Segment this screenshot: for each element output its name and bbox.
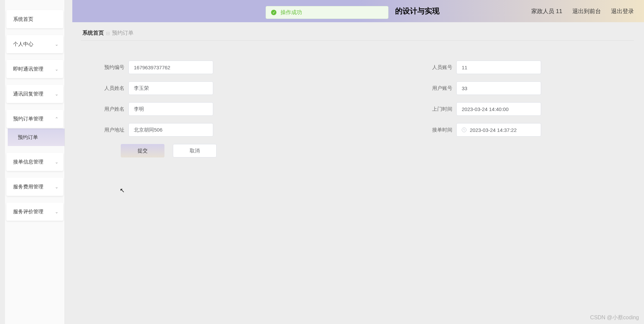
button-row: 提交 取消: [121, 144, 330, 157]
breadcrumb-current: 预约订单: [112, 30, 134, 37]
sidebar-subitem-reservation-order[interactable]: 预约订单: [8, 129, 65, 146]
staff-account-input[interactable]: [456, 61, 541, 74]
chevron-down-icon: ⌄: [55, 209, 59, 214]
watermark: CSDN @小蔡coding: [590, 314, 639, 321]
reservation-no-input[interactable]: [128, 61, 213, 74]
logout-frontend-link[interactable]: 退出到前台: [572, 7, 601, 15]
divider: [81, 40, 634, 41]
sidebar-item-label: 系统首页: [13, 16, 33, 23]
chevron-down-icon: ⌄: [55, 67, 59, 72]
sidebar-item-review[interactable]: 服务评价管理 ⌄: [6, 203, 63, 221]
user-label[interactable]: 家政人员 11: [531, 7, 562, 15]
sidebar-item-label: 通讯回复管理: [13, 91, 43, 97]
sidebar-item-reply[interactable]: 通讯回复管理 ⌄: [6, 85, 63, 103]
breadcrumb-home[interactable]: 系统首页: [82, 30, 104, 37]
form-row-staff-account: 人员账号: [427, 61, 560, 74]
header-actions: 家政人员 11 退出到前台 退出登录: [531, 7, 634, 15]
chevron-down-icon: ⌄: [55, 42, 59, 47]
page-title: 的设计与实现: [395, 6, 440, 16]
chevron-up-icon: ⌃: [55, 116, 59, 121]
form-row-accept-time: 接单时间 2023-03-24 14:37:22: [427, 123, 560, 137]
form-row-reservation-no: 预约编号: [99, 61, 330, 74]
form-row-user-address: 用户地址: [99, 123, 330, 137]
form-label: 预约编号: [99, 64, 124, 71]
sidebar-item-accept[interactable]: 接单信息管理 ⌄: [6, 153, 63, 171]
accept-time-input[interactable]: 2023-03-24 14:37:22: [456, 123, 541, 137]
chevron-down-icon: ⌄: [55, 92, 59, 97]
logout-link[interactable]: 退出登录: [611, 7, 634, 15]
cancel-button[interactable]: 取消: [173, 144, 217, 157]
form-label: 用户账号: [427, 85, 452, 92]
user-account-input[interactable]: [456, 81, 541, 95]
form-row-user-account: 用户账号: [427, 81, 560, 95]
form-label: 接单时间: [427, 127, 452, 133]
success-icon: ✓: [271, 10, 276, 15]
sidebar-item-label: 即时通讯管理: [13, 66, 43, 72]
cursor-icon: ↖: [120, 187, 125, 194]
breadcrumb: 系统首页 ⊟ 预约订单: [82, 30, 134, 37]
form-column-right: 人员账号 用户账号 上门时间 接单时间 2023-03-24 14:37:22: [330, 61, 560, 157]
toast-message: 操作成功: [280, 9, 302, 16]
submit-button[interactable]: 提交: [121, 144, 164, 157]
form-column-left: 预约编号 人员姓名 用户姓名 用户地址 提交 取消: [99, 61, 330, 157]
sidebar-item-profile[interactable]: 个人中心 ⌄: [6, 35, 63, 53]
sidebar-item-reservation[interactable]: 预约订单管理 ⌃: [6, 110, 63, 128]
sidebar-item-home[interactable]: 系统首页: [6, 10, 63, 28]
form-row-staff-name: 人员姓名: [99, 81, 330, 95]
sidebar-item-label: 服务评价管理: [13, 209, 43, 215]
staff-name-input[interactable]: [128, 81, 213, 95]
form-row-visit-time: 上门时间: [427, 102, 560, 116]
form-label: 人员姓名: [99, 85, 124, 92]
form-label: 上门时间: [427, 106, 452, 112]
breadcrumb-separator: ⊟: [106, 31, 110, 36]
sidebar: 系统首页 个人中心 ⌄ 即时通讯管理 ⌄ 通讯回复管理 ⌄ 预约订单管理 ⌃ 预…: [5, 0, 65, 324]
sidebar-item-im[interactable]: 即时通讯管理 ⌄: [6, 60, 63, 78]
sidebar-item-label: 服务费用管理: [13, 184, 43, 190]
sidebar-item-label: 预约订单管理: [13, 116, 43, 122]
chevron-down-icon: ⌄: [55, 159, 59, 165]
toast-success: ✓ 操作成功: [266, 6, 388, 19]
clock-icon: [462, 128, 466, 132]
sidebar-subitem-label: 预约订单: [18, 134, 38, 141]
form: 预约编号 人员姓名 用户姓名 用户地址 提交 取消 人员账号 用户账号: [99, 61, 560, 157]
user-name-input[interactable]: [128, 102, 213, 116]
accept-time-value: 2023-03-24 14:37:22: [470, 127, 517, 133]
sidebar-item-fee[interactable]: 服务费用管理 ⌄: [6, 178, 63, 196]
sidebar-item-label: 接单信息管理: [13, 159, 43, 165]
sidebar-item-label: 个人中心: [13, 41, 33, 47]
form-label: 用户姓名: [99, 106, 124, 112]
form-label: 用户地址: [99, 127, 124, 133]
form-label: 人员账号: [427, 64, 452, 71]
user-address-input[interactable]: [128, 123, 213, 137]
chevron-down-icon: ⌄: [55, 184, 59, 189]
visit-time-input[interactable]: [456, 102, 541, 116]
form-row-user-name: 用户姓名: [99, 102, 330, 116]
